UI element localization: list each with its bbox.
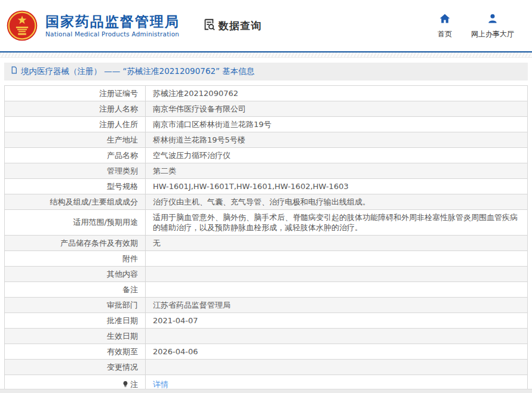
data-query-tab[interactable]: 数据查询 [202, 18, 262, 33]
user-icon [487, 13, 499, 29]
nav-service-hall-label: 网上办事大厅 [471, 29, 514, 39]
row-label: 结构及组成/主要组成成分 [5, 194, 146, 209]
row-label: 批准日期 [5, 312, 146, 328]
row-value: 无 [146, 235, 528, 250]
row-value [146, 359, 528, 375]
row-label: 其他内容 [5, 266, 146, 281]
table-row: 结构及组成/主要组成成分治疗仪由主机、气囊、充气导管、治疗电极和电疗输出线组成。 [5, 194, 528, 209]
home-icon [439, 13, 451, 29]
row-value: 苏械注准20212090762 [146, 85, 528, 101]
row-label: 注册人住所 [5, 116, 146, 132]
table-row: 注册人名称南京华伟医疗设备有限公司 [5, 101, 528, 116]
row-value: 2021-04-07 [146, 312, 528, 328]
row-value [146, 328, 528, 344]
data-query-label: 数据查询 [219, 19, 262, 33]
table-row: 管理类别第二类 [5, 163, 528, 178]
row-label: 审批部门 [5, 297, 146, 312]
footer-band [0, 389, 532, 393]
row-value: 适用于脑血管意外、脑外伤、脑手术后、脊髓病变引起的肢体功能障碍和外周非栓塞性脉管… [146, 209, 528, 235]
row-value: 南京市浦口区桥林街道兰花路19号 [146, 116, 528, 132]
registration-info-table: 注册证编号苏械注准20212090762注册人名称南京华伟医疗设备有限公司注册人… [4, 85, 528, 393]
breadcrumb: 境内医疗器械（注册） —— “苏械注准20212090762” 基本信息 [4, 63, 528, 81]
row-label: 有效期至 [5, 344, 146, 359]
row-label: 附件 [5, 250, 146, 266]
row-label: 变更情况 [5, 359, 146, 375]
table-row: 适用范围/预期用途适用于脑血管意外、脑外伤、脑手术后、脊髓病变引起的肢体功能障碍… [5, 209, 528, 235]
nav-home[interactable]: 首页 [438, 13, 452, 39]
table-row: 其他内容 [5, 266, 528, 281]
table-row: 生产地址桥林街道兰花路19号5号楼 [5, 132, 528, 147]
row-value [146, 266, 528, 281]
table-row: 生效日期 [5, 328, 528, 344]
national-emblem-logo [6, 10, 38, 42]
row-value: 南京华伟医疗设备有限公司 [146, 101, 528, 116]
row-label: 管理类别 [5, 163, 146, 178]
nav-service-hall[interactable]: 网上办事大厅 [471, 13, 514, 39]
breadcrumb-text: 境内医疗器械（注册） —— “苏械注准20212090762” 基本信息 [21, 66, 254, 77]
table-row: 附件 [5, 250, 528, 266]
org-name-en: National Medical Products Administration [45, 30, 180, 38]
row-label: 生效日期 [5, 328, 146, 344]
row-label: 注册证编号 [5, 85, 146, 101]
table-row: 审批部门江苏省药品监督管理局 [5, 297, 528, 312]
row-label: 生产地址 [5, 132, 146, 147]
row-value: 桥林街道兰花路19号5号楼 [146, 132, 528, 147]
bulb-icon [122, 380, 129, 390]
table-row: 注册证编号苏械注准20212090762 [5, 85, 528, 101]
document-icon [10, 66, 21, 77]
hatched-band [0, 52, 532, 58]
details-link[interactable]: 详情 [153, 380, 168, 389]
row-label: 适用范围/预期用途 [5, 209, 146, 235]
row-value [146, 281, 528, 297]
row-value: HW-1601J,HW-1601T,HW-1601,HW-1602,HW-160… [146, 178, 528, 194]
info-table-body: 注册证编号苏械注准20212090762注册人名称南京华伟医疗设备有限公司注册人… [5, 85, 528, 393]
table-row: 产品名称空气波压力循环治疗仪 [5, 147, 528, 163]
table-row: 变更情况 [5, 359, 528, 375]
org-title-block: 国家药品监督管理局 National Medical Products Admi… [45, 14, 180, 38]
row-value: 空气波压力循环治疗仪 [146, 147, 528, 163]
row-label: 注册人名称 [5, 101, 146, 116]
table-row: 批准日期2021-04-07 [5, 312, 528, 328]
header: 国家药品监督管理局 National Medical Products Admi… [0, 0, 532, 51]
org-name-cn: 国家药品监督管理局 [45, 14, 180, 29]
header-nav: 首页 网上办事大厅 [438, 13, 514, 39]
row-label: 型号规格 [5, 178, 146, 194]
row-label: 产品名称 [5, 147, 146, 163]
row-value: 江苏省药品监督管理局 [146, 297, 528, 312]
row-label: 备注 [5, 281, 146, 297]
row-label: 产品储存条件及有效期 [5, 235, 146, 250]
document-search-icon [202, 18, 219, 33]
table-row: 产品储存条件及有效期无 [5, 235, 528, 250]
row-value: 2026-04-06 [146, 344, 528, 359]
table-row: 有效期至2026-04-06 [5, 344, 528, 359]
table-row: 注册人住所南京市浦口区桥林街道兰花路19号 [5, 116, 528, 132]
table-row: 型号规格HW-1601J,HW-1601T,HW-1601,HW-1602,HW… [5, 178, 528, 194]
nav-home-label: 首页 [438, 29, 452, 39]
row-value: 第二类 [146, 163, 528, 178]
table-row: 备注 [5, 281, 528, 297]
row-value: 治疗仪由主机、气囊、充气导管、治疗电极和电疗输出线组成。 [146, 194, 528, 209]
row-value [146, 250, 528, 266]
